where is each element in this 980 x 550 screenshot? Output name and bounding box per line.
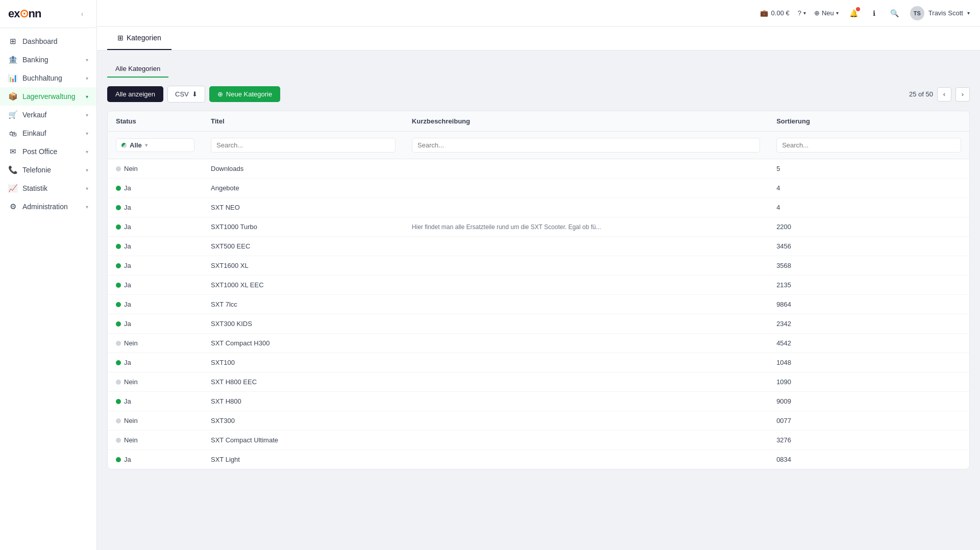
desc-cell-5 (404, 256, 768, 276)
desc-cell-14 (404, 431, 768, 450)
next-page-button[interactable]: › (955, 87, 970, 102)
status-filter-label: Alle (130, 141, 142, 149)
user-arrow: ▾ (967, 10, 970, 16)
new-category-button[interactable]: ⊕ Neue Kategorie (209, 86, 280, 102)
lagerverwaltung-label: Lagerverwaltung (22, 92, 81, 101)
title-cell-6: SXT1000 XL EEC (203, 276, 404, 295)
title-cell-2: SXT NEO (203, 198, 404, 217)
sort-cell-7: 9864 (768, 295, 969, 314)
status-label-3: Ja (124, 223, 131, 231)
telefonie-arrow: ▾ (86, 167, 88, 173)
status-cell-4: Ja (108, 237, 203, 256)
sidebar-nav: ⊞ Dashboard 🏦 Banking ▾ 📊 Buchhaltung ▾ … (0, 28, 96, 550)
sidebar-collapse-button[interactable]: ‹ (76, 8, 88, 20)
help-icon: ? (798, 9, 801, 17)
tab-kategorien[interactable]: ⊞ Kategorien (107, 27, 172, 50)
sortierung-search-input[interactable] (776, 138, 961, 153)
desc-cell-7 (404, 295, 768, 314)
kurzbeschreibung-search-input[interactable] (412, 138, 760, 153)
sidebar-item-banking[interactable]: 🏦 Banking ▾ (0, 51, 96, 69)
status-cell-15: Ja (108, 450, 203, 469)
title-cell-4: SXT500 EEC (203, 237, 404, 256)
sidebar-item-verkauf[interactable]: 🛒 Verkauf ▾ (0, 106, 96, 124)
table-row: Nein SXT Compact H300 4542 (108, 334, 969, 353)
csv-button[interactable]: CSV ⬇ (167, 86, 205, 103)
table-row: Ja SXT1600 XL 3568 (108, 256, 969, 276)
status-cell-0: Nein (108, 159, 203, 179)
status-label-8: Ja (124, 320, 131, 328)
administration-icon: ⚙ (8, 202, 17, 211)
user-name: Travis Scott (928, 9, 963, 17)
table-row: Nein Downloads 5 (108, 159, 969, 179)
sidebar-item-dashboard[interactable]: ⊞ Dashboard (0, 32, 96, 51)
table-header: Status Titel Kurzbeschreibung Sortierung… (108, 111, 969, 159)
desc-cell-4 (404, 237, 768, 256)
lagerverwaltung-icon: 📦 (8, 92, 17, 101)
desc-cell-2 (404, 198, 768, 217)
download-icon: ⬇ (192, 90, 198, 98)
statistik-label: Statistik (22, 184, 81, 192)
sidebar-item-einkauf[interactable]: 🛍 Einkauf ▾ (0, 124, 96, 142)
sidebar-item-post-office[interactable]: ✉ Post Office ▾ (0, 142, 96, 161)
table-row: Nein SXT H800 EEC 1090 (108, 372, 969, 392)
status-label-7: Ja (124, 301, 131, 308)
plus-icon: ⊕ (814, 9, 820, 17)
user-menu[interactable]: TS Travis Scott ▾ (910, 6, 970, 20)
statistik-arrow: ▾ (86, 186, 88, 191)
title-cell-0: Downloads (203, 159, 404, 179)
title-cell-15: SXT Light (203, 450, 404, 469)
title-cell-11: SXT H800 EEC (203, 372, 404, 392)
sort-cell-6: 2135 (768, 276, 969, 295)
notifications-button[interactable]: 🔔 (847, 6, 861, 20)
table-row: Ja SXT NEO 4 (108, 198, 969, 217)
table-row: Ja SXT H800 9009 (108, 392, 969, 411)
table-scroll-area: Status Titel Kurzbeschreibung Sortierung… (108, 111, 969, 469)
sidebar-item-statistik[interactable]: 📈 Statistik ▾ (0, 179, 96, 197)
sidebar-item-lagerverwaltung[interactable]: 📦 Lagerverwaltung ▾ (0, 87, 96, 106)
desc-cell-0 (404, 159, 768, 179)
sort-cell-9: 4542 (768, 334, 969, 353)
filter-row: Alle ▾ (108, 132, 969, 159)
col-titel: Titel (203, 111, 404, 132)
table-row: Ja SXT1000 XL EEC 2135 (108, 276, 969, 295)
status-cell-5: Ja (108, 256, 203, 276)
sidebar-item-telefonie[interactable]: 📞 Telefonie ▾ (0, 161, 96, 179)
sidebar-item-administration[interactable]: ⚙ Administration ▾ (0, 197, 96, 216)
status-label-12: Ja (124, 397, 131, 405)
sort-cell-2: 4 (768, 198, 969, 217)
csv-label: CSV (175, 90, 189, 98)
new-label: Neu (822, 9, 834, 17)
verkauf-label: Verkauf (22, 111, 81, 119)
desc-cell-11 (404, 372, 768, 392)
sub-tab-all[interactable]: Alle Kategorien (107, 61, 168, 78)
status-dot-15 (116, 457, 121, 462)
filter-sortierung (768, 132, 969, 159)
page-inner: Alle Kategorien Alle anzeigen CSV ⬇ ⊕ Ne… (97, 51, 980, 480)
add-icon: ⊕ (217, 90, 223, 98)
desc-cell-13 (404, 411, 768, 431)
titel-search-input[interactable] (211, 138, 396, 153)
sidebar-item-buchhaltung[interactable]: 📊 Buchhaltung ▾ (0, 69, 96, 87)
filter-status: Alle ▾ (108, 132, 203, 159)
status-filter-dropdown[interactable]: Alle ▾ (116, 138, 194, 152)
status-dot-0 (116, 166, 121, 171)
status-label-10: Ja (124, 359, 131, 366)
col-sortierung: Sortierung (768, 111, 969, 132)
sort-cell-8: 2342 (768, 314, 969, 334)
status-cell-7: Ja (108, 295, 203, 314)
info-button[interactable]: ℹ (867, 6, 881, 20)
help-button[interactable]: ? ▾ (798, 9, 806, 17)
new-button[interactable]: ⊕ Neu ▾ (814, 9, 839, 17)
post-office-label: Post Office (22, 147, 81, 156)
col-status: Status (108, 111, 203, 132)
header-row: Status Titel Kurzbeschreibung Sortierung (108, 111, 969, 132)
status-label-6: Ja (124, 281, 131, 289)
table-row: Nein SXT300 0077 (108, 411, 969, 431)
show-all-button[interactable]: Alle anzeigen (107, 86, 163, 102)
search-button[interactable]: 🔍 (888, 6, 902, 20)
filter-dot (121, 143, 127, 148)
status-dot-9 (116, 341, 121, 346)
desc-cell-8 (404, 314, 768, 334)
sub-tabs: Alle Kategorien (107, 61, 970, 78)
prev-page-button[interactable]: ‹ (937, 87, 951, 102)
